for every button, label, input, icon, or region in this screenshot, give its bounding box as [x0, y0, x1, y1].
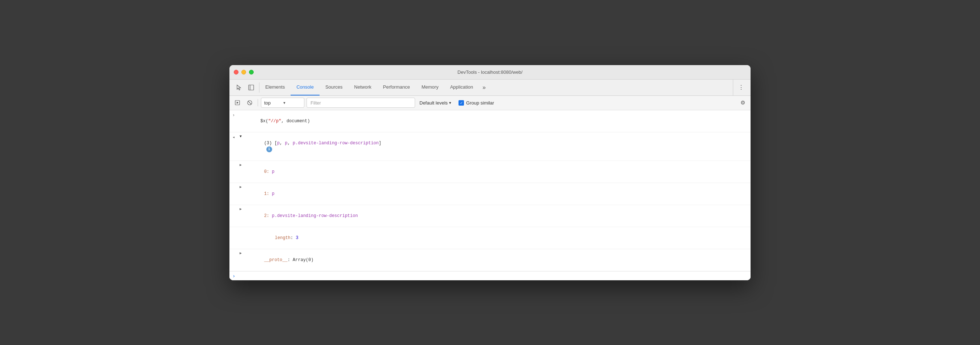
console-property-2: ▶ 2: p.devsite-landing-row-description	[229, 205, 751, 227]
console-property-proto-text: __proto__: Array(0)	[243, 250, 748, 270]
expand-triangle-2[interactable]: ▶	[240, 206, 242, 213]
tab-performance[interactable]: Performance	[377, 79, 415, 95]
tab-bar-right: ⋮	[733, 79, 749, 95]
group-similar-label: Group similar	[466, 100, 494, 106]
expand-triangle-1[interactable]: ▶	[240, 184, 242, 191]
output-arrow: ◂	[232, 134, 240, 141]
devtools-menu-button[interactable]: ⋮	[736, 83, 746, 92]
console-content: › $x("//p", document) ◂ ▼ (3) [p, p, p.d…	[229, 110, 751, 280]
tab-sources[interactable]: Sources	[320, 79, 348, 95]
toolbar-right: ⚙	[738, 98, 748, 108]
group-similar-checkbox[interactable]: ✓	[458, 100, 464, 106]
console-cursor: ›	[232, 273, 235, 279]
block-icon	[247, 100, 252, 105]
console-property-0-text: 0: p	[243, 162, 748, 181]
title-bar: DevTools - localhost:8080/web/	[229, 65, 751, 79]
console-output-array-text: (3) [p, p, p.devsite-landing-row-descrip…	[243, 134, 748, 159]
tab-elements[interactable]: Elements	[259, 79, 291, 95]
minimize-button[interactable]	[241, 70, 246, 75]
filter-input[interactable]	[307, 98, 415, 108]
console-output-array-header: ◂ ▼ (3) [p, p, p.devsite-landing-row-des…	[229, 132, 751, 161]
default-levels-button[interactable]: Default levels ▾	[417, 98, 453, 108]
console-property-1-text: 1: p	[243, 184, 748, 204]
console-input-line: › $x("//p", document)	[229, 110, 751, 132]
context-selector[interactable]: top ▾	[261, 98, 304, 108]
console-property-length: length: 3	[229, 227, 751, 249]
console-new-input-line[interactable]: ›	[229, 271, 751, 280]
console-property-length-text: length: 3	[248, 228, 748, 248]
panel-icon-button[interactable]	[246, 83, 256, 92]
tabs-container: Elements Console Sources Network Perform…	[259, 79, 733, 95]
maximize-button[interactable]	[249, 70, 254, 75]
console-property-0: ▶ 0: p	[229, 161, 751, 183]
info-badge[interactable]: i	[266, 146, 272, 152]
panel-icon	[248, 84, 254, 91]
tab-memory[interactable]: Memory	[416, 79, 444, 95]
svg-rect-0	[249, 85, 254, 90]
tab-bar: Elements Console Sources Network Perform…	[229, 79, 751, 96]
window-title: DevTools - localhost:8080/web/	[457, 70, 523, 75]
console-property-2-text: 2: p.devsite-landing-row-description	[243, 206, 748, 226]
tab-network[interactable]: Network	[348, 79, 377, 95]
expand-triangle-array[interactable]: ▼	[240, 134, 242, 140]
expand-triangle-proto[interactable]: ▶	[240, 250, 242, 257]
expand-triangle-0[interactable]: ▶	[240, 162, 242, 169]
console-property-proto: ▶ __proto__: Array(0)	[229, 249, 751, 271]
cursor-icon-button[interactable]	[234, 83, 244, 92]
clear-console-button[interactable]	[245, 98, 255, 108]
group-similar-area: ✓ Group similar	[458, 100, 494, 106]
console-property-1: ▶ 1: p	[229, 183, 751, 205]
cursor-icon	[236, 84, 242, 91]
settings-gear-button[interactable]: ⚙	[738, 98, 748, 108]
tab-bar-icons	[231, 79, 259, 95]
tab-overflow-button[interactable]: »	[479, 79, 489, 95]
close-button[interactable]	[234, 70, 239, 75]
svg-marker-3	[237, 102, 239, 104]
execute-context-button[interactable]	[232, 98, 242, 108]
input-prompt: ›	[232, 111, 240, 119]
tab-console[interactable]: Console	[291, 79, 320, 95]
traffic-lights	[234, 70, 254, 75]
toolbar-separator-1	[258, 99, 258, 107]
execute-icon	[235, 100, 240, 105]
devtools-window: DevTools - localhost:8080/web/ Elements	[229, 65, 751, 280]
svg-line-5	[248, 101, 251, 104]
console-toolbar: top ▾ Default levels ▾ ✓ Group similar ⚙	[229, 96, 751, 110]
tab-application[interactable]: Application	[444, 79, 479, 95]
console-input-text: $x("//p", document)	[240, 111, 748, 131]
